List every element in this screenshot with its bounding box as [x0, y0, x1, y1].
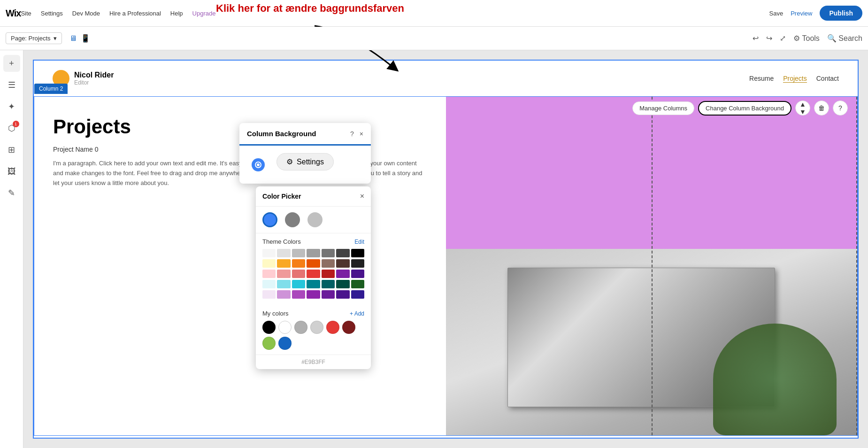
- swatch-1-7[interactable]: [351, 249, 364, 257]
- plant-object: [713, 324, 837, 435]
- my-color-white[interactable]: [278, 321, 292, 334]
- my-color-darkred[interactable]: [342, 321, 355, 334]
- edit-theme-link[interactable]: Edit: [354, 239, 364, 245]
- my-color-blue[interactable]: [278, 337, 292, 350]
- sidebar-pages-icon[interactable]: ☰: [3, 77, 20, 93]
- site-nav-projects[interactable]: Projects: [783, 75, 807, 83]
- site-nav: Resume Projects Contact: [749, 75, 839, 83]
- swatch-3-6[interactable]: [336, 270, 349, 278]
- swatch-2-2[interactable]: [277, 259, 290, 268]
- my-color-gray2[interactable]: [310, 321, 323, 334]
- help-icon[interactable]: ?: [833, 100, 848, 116]
- publish-button[interactable]: Publish: [820, 6, 862, 21]
- swatch-3-4[interactable]: [307, 270, 320, 278]
- page-bar-right: ↩ ↪ ⤢ ⚙ Tools 🔍 Search: [753, 34, 862, 43]
- swatch-3-2[interactable]: [277, 270, 290, 278]
- panel-close-icon[interactable]: ×: [360, 130, 363, 138]
- swatch-2-4[interactable]: [307, 259, 320, 268]
- wix-logo: Wix: [6, 8, 21, 19]
- swatch-2-7[interactable]: [351, 259, 364, 268]
- cp-my-header: My colors + Add: [262, 310, 364, 317]
- page-selector[interactable]: Page: Projects ▾: [6, 32, 62, 44]
- swatch-5-6[interactable]: [336, 290, 349, 299]
- site-owner-info: Nicol Rider Editor: [74, 71, 114, 86]
- panel-help-icon[interactable]: ?: [350, 130, 354, 138]
- site-nav-resume[interactable]: Resume: [749, 75, 774, 82]
- swatch-2-1[interactable]: [262, 259, 276, 268]
- swatch-3-1[interactable]: [262, 270, 276, 278]
- add-color-link[interactable]: + Add: [350, 310, 364, 317]
- swatch-2-3[interactable]: [292, 259, 305, 268]
- my-color-gray1[interactable]: [294, 321, 307, 334]
- swatch-4-2[interactable]: [277, 280, 290, 288]
- swatch-1-1[interactable]: [262, 249, 276, 257]
- swatch-4-3[interactable]: [292, 280, 305, 288]
- swatch-5-4[interactable]: [307, 290, 320, 299]
- site-nav-contact[interactable]: Contact: [816, 75, 839, 82]
- cp-close-icon[interactable]: ×: [360, 192, 364, 201]
- editor-area: + ☰ ✦ ⬡ 1 ⊞ 🖼 ✎ Nicol Rider Editor: [0, 50, 868, 448]
- swatch-5-7[interactable]: [351, 290, 364, 299]
- undo-icon[interactable]: ↩: [753, 34, 759, 43]
- cp-tab-gray[interactable]: [285, 212, 300, 227]
- my-color-red[interactable]: [326, 321, 339, 334]
- sidebar-image-icon[interactable]: 🖼: [3, 163, 20, 180]
- swatch-1-2[interactable]: [277, 249, 290, 257]
- swatch-4-4[interactable]: [307, 280, 320, 288]
- panel-title: Column Background: [247, 130, 316, 138]
- cp-tab-light-gray[interactable]: [307, 212, 323, 227]
- cp-hex-value: #E9B3FF: [256, 355, 371, 369]
- nav-item-site[interactable]: Site: [21, 10, 31, 17]
- save-button[interactable]: Save: [769, 10, 784, 17]
- swatch-1-6[interactable]: [336, 249, 349, 257]
- sidebar-media-icon[interactable]: ⬡ 1: [3, 120, 20, 137]
- sidebar-apps-icon[interactable]: ⊞: [3, 141, 20, 158]
- change-column-background-button[interactable]: Change Column Background: [698, 101, 791, 116]
- swatch-3-5[interactable]: [322, 270, 335, 278]
- my-color-green[interactable]: [262, 337, 276, 350]
- swatch-1-5[interactable]: [322, 249, 335, 257]
- sidebar-design-icon[interactable]: ✦: [3, 98, 20, 115]
- swatch-3-3[interactable]: [292, 270, 305, 278]
- swatch-5-1[interactable]: [262, 290, 276, 299]
- swatch-2-6[interactable]: [336, 259, 349, 268]
- cp-my-colors: My colors + Add: [256, 305, 371, 355]
- nav-item-settings[interactable]: Settings: [41, 10, 63, 17]
- delete-icon[interactable]: 🗑: [814, 100, 829, 116]
- nav-items: Site Settings Dev Mode Hire a Profession…: [21, 10, 215, 17]
- cp-tab-color[interactable]: [262, 212, 277, 227]
- sidebar-pen-icon[interactable]: ✎: [3, 185, 20, 201]
- move-up-icon[interactable]: ▲▼: [795, 100, 810, 116]
- preview-button[interactable]: Preview: [791, 10, 812, 17]
- sidebar-add-icon[interactable]: +: [3, 55, 20, 72]
- search-icon[interactable]: 🔍 Search: [827, 34, 862, 43]
- my-color-black[interactable]: [262, 321, 276, 334]
- sidebar-badge: 1: [13, 121, 19, 127]
- nav-item-devmode[interactable]: Dev Mode: [72, 10, 100, 17]
- swatch-1-4[interactable]: [307, 249, 320, 257]
- fullscreen-icon[interactable]: ⤢: [780, 34, 786, 43]
- swatch-2-5[interactable]: [322, 259, 335, 268]
- swatch-4-7[interactable]: [351, 280, 364, 288]
- swatch-4-1[interactable]: [262, 280, 276, 288]
- nav-item-help[interactable]: Help: [170, 10, 183, 17]
- settings-button[interactable]: ⚙ Settings: [277, 153, 334, 170]
- panel-header-icons: ? ×: [350, 130, 363, 138]
- tools-icon[interactable]: ⚙ Tools: [793, 34, 820, 43]
- panel-body: ⚙ Settings: [239, 146, 371, 184]
- redo-icon[interactable]: ↪: [766, 34, 772, 43]
- my-colors-row: [262, 321, 364, 334]
- swatch-3-7[interactable]: [351, 270, 364, 278]
- swatch-5-5[interactable]: [322, 290, 335, 299]
- swatch-4-5[interactable]: [322, 280, 335, 288]
- swatch-1-3[interactable]: [292, 249, 305, 257]
- nav-item-hire[interactable]: Hire a Professional: [109, 10, 161, 17]
- nav-item-upgrade[interactable]: Upgrade: [192, 10, 216, 17]
- swatch-5-3[interactable]: [292, 290, 305, 299]
- swatch-5-2[interactable]: [277, 290, 290, 299]
- desktop-icon[interactable]: 🖥: [69, 34, 77, 43]
- cp-theme-colors: Theme Colors Edit: [256, 233, 371, 305]
- swatch-4-6[interactable]: [336, 280, 349, 288]
- manage-columns-button[interactable]: Manage Columns: [632, 101, 694, 115]
- mobile-icon[interactable]: 📱: [81, 34, 90, 43]
